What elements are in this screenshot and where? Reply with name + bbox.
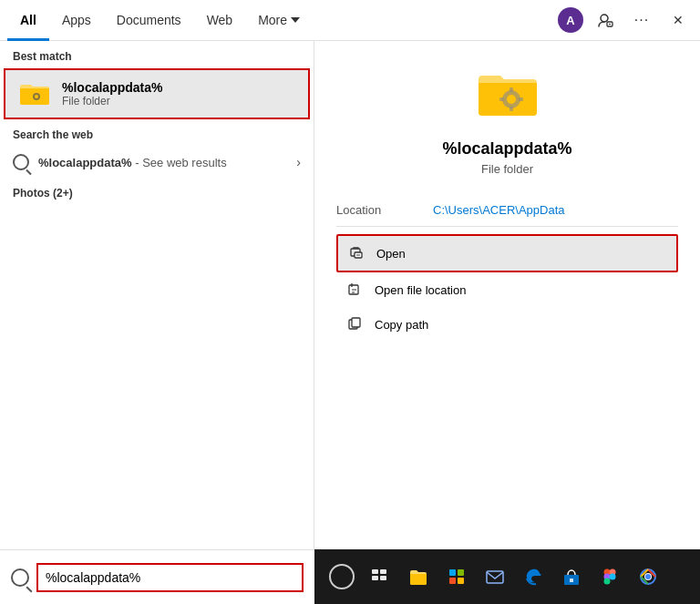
svg-rect-24	[458, 578, 464, 584]
avatar[interactable]: A	[558, 7, 583, 33]
search-circle-icon	[13, 154, 29, 170]
svg-point-1	[601, 15, 608, 22]
photos-section-label: Photos (2+)	[0, 178, 314, 205]
folder-icon-large	[475, 59, 540, 125]
tab-more[interactable]: More	[245, 0, 313, 41]
svg-point-35	[645, 574, 651, 579]
open-file-location-label: Open file location	[375, 283, 466, 297]
best-match-sub: File folder	[62, 95, 162, 107]
svg-point-7	[507, 95, 516, 104]
svg-rect-9	[510, 107, 513, 111]
best-match-name: %localappdata%	[62, 80, 162, 95]
action-list: Open Open file location	[336, 234, 678, 342]
svg-rect-22	[458, 569, 464, 576]
copy-path-action[interactable]: Copy path	[336, 307, 678, 342]
edge-icon	[523, 567, 543, 587]
search-bar-area	[0, 549, 314, 604]
chrome-button[interactable]	[632, 560, 664, 593]
search-input[interactable]	[36, 563, 304, 592]
mail-button[interactable]	[479, 560, 511, 593]
store-button[interactable]	[555, 560, 588, 593]
close-button[interactable]: ✕	[664, 5, 693, 35]
svg-rect-8	[510, 87, 513, 92]
best-match-label: Best match	[0, 41, 314, 68]
web-search-item[interactable]: %localappdata% - See web results ›	[0, 147, 314, 178]
best-match-text: %localappdata% File folder	[62, 80, 162, 107]
chrome-icon	[638, 567, 658, 587]
svg-point-32	[604, 578, 611, 585]
svg-rect-17	[372, 569, 378, 574]
header-icons: A ··· ✕	[558, 5, 693, 35]
tab-documents[interactable]: Documents	[104, 0, 194, 41]
tab-all[interactable]: All	[7, 0, 49, 41]
location-label: Location	[336, 203, 418, 217]
svg-marker-0	[291, 17, 300, 23]
web-search-text: %localappdata% - See web results	[38, 156, 287, 169]
cortana-button[interactable]	[325, 560, 358, 593]
more-chevron-icon	[291, 15, 300, 25]
svg-rect-10	[499, 97, 504, 101]
open-file-location-action[interactable]: Open file location	[336, 272, 678, 307]
tab-apps[interactable]: Apps	[49, 0, 104, 41]
web-chevron-icon: ›	[296, 155, 301, 169]
taskbar	[314, 549, 700, 604]
left-panel: Best match %localappdata% File folder	[0, 41, 314, 604]
open-label: Open	[376, 247, 406, 261]
figma-icon	[601, 568, 619, 586]
open-action[interactable]: Open	[336, 234, 678, 272]
svg-rect-27	[570, 578, 573, 582]
cortana-icon	[329, 564, 355, 589]
edge-button[interactable]	[517, 560, 550, 593]
web-section-label: Search the web	[0, 119, 314, 147]
taskview-button[interactable]	[364, 560, 396, 593]
detail-name: %localappdata%	[336, 139, 678, 159]
tab-web[interactable]: Web	[194, 0, 246, 41]
folder-icon-small	[18, 77, 51, 110]
taskbar-app4-button[interactable]	[440, 560, 473, 593]
tabs-bar: All Apps Documents Web More A	[0, 0, 700, 41]
svg-rect-18	[380, 569, 386, 574]
copy-path-label: Copy path	[375, 318, 428, 332]
svg-rect-25	[487, 571, 503, 583]
explorer-icon	[408, 567, 428, 587]
search-icon-taskbar	[11, 568, 29, 587]
search-window: All Apps Documents Web More A	[0, 0, 700, 604]
taskview-icon	[371, 568, 389, 586]
svg-rect-23	[449, 578, 456, 584]
feedback-button[interactable]	[591, 5, 620, 35]
explorer-button[interactable]	[402, 560, 435, 593]
grid-icon	[448, 568, 466, 586]
svg-rect-21	[449, 569, 456, 576]
more-options-button[interactable]: ···	[627, 5, 656, 35]
svg-rect-16	[352, 318, 360, 327]
svg-rect-11	[519, 97, 523, 101]
location-row: Location C:\Users\ACER\AppData	[336, 194, 678, 227]
detail-sub: File folder	[336, 162, 678, 176]
right-panel: %localappdata% File folder Location C:\U…	[314, 41, 700, 604]
location-value[interactable]: C:\Users\ACER\AppData	[433, 203, 565, 217]
store-icon	[561, 567, 582, 587]
copy-icon	[347, 316, 364, 333]
main-content: Best match %localappdata% File folder	[0, 41, 700, 604]
open-icon	[349, 245, 365, 261]
figma-button[interactable]	[593, 560, 626, 593]
svg-point-31	[610, 574, 616, 580]
svg-rect-19	[372, 576, 378, 580]
svg-point-5	[35, 95, 38, 98]
best-match-item[interactable]: %localappdata% File folder	[4, 68, 310, 119]
mail-icon	[485, 567, 505, 587]
file-location-icon	[347, 282, 364, 298]
feedback-icon	[597, 12, 613, 28]
svg-rect-20	[380, 576, 386, 580]
detail-icon-area	[336, 59, 678, 125]
